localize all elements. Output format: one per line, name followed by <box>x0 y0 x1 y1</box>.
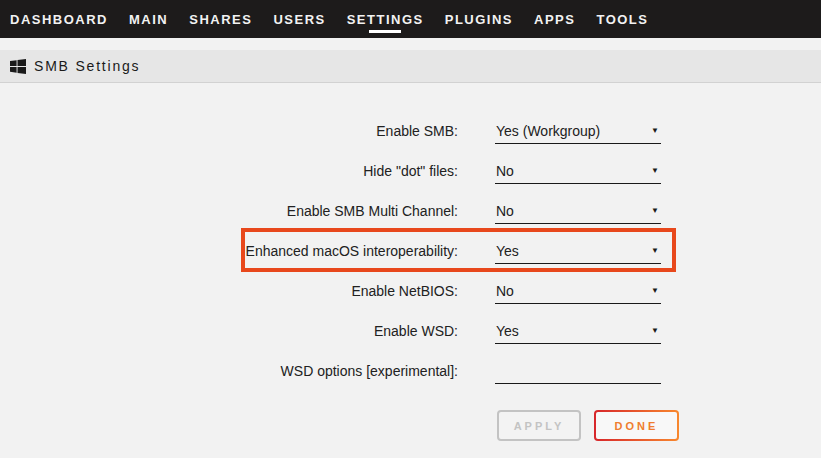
nav-item-apps[interactable]: APPS <box>534 0 575 38</box>
nav-item-main[interactable]: MAIN <box>129 0 168 38</box>
done-button[interactable]: DONE <box>594 410 679 441</box>
dropdown-arrow-icon: ▼ <box>651 207 659 215</box>
nav-item-tools[interactable]: TOOLS <box>596 0 648 38</box>
form-row-enable-smb: Enable SMB: Yes (Workgroup) ▼ <box>0 111 821 151</box>
nav-item-plugins[interactable]: PLUGINS <box>445 0 513 38</box>
enable-smb-value: Yes (Workgroup) <box>495 123 600 139</box>
nav-item-shares[interactable]: SHARES <box>189 0 252 38</box>
form-row-hide-dot-files: Hide "dot" files: No ▼ <box>0 151 821 191</box>
nav-item-users[interactable]: USERS <box>273 0 325 38</box>
windows-icon <box>10 59 26 74</box>
form-row-wsd-options: WSD options [experimental]: <box>0 351 821 391</box>
macos-interop-select[interactable]: Yes ▼ <box>495 238 661 264</box>
smb-multi-channel-label: Enable SMB Multi Channel: <box>0 203 458 219</box>
smb-multi-channel-select[interactable]: No ▼ <box>495 198 661 224</box>
button-row: APPLY DONE <box>497 410 821 441</box>
apply-button[interactable]: APPLY <box>497 410 581 441</box>
smb-settings-page: DASHBOARD MAIN SHARES USERS SETTINGS PLU… <box>0 0 821 458</box>
wsd-options-input[interactable] <box>495 358 661 384</box>
nav-item-settings[interactable]: SETTINGS <box>347 0 424 38</box>
hide-dot-files-label: Hide "dot" files: <box>0 163 458 179</box>
wsd-options-label: WSD options [experimental]: <box>0 363 458 379</box>
wsd-select[interactable]: Yes ▼ <box>495 318 661 344</box>
dropdown-arrow-icon: ▼ <box>651 167 659 175</box>
dropdown-arrow-icon: ▼ <box>651 287 659 295</box>
page-title: SMB Settings <box>34 58 140 74</box>
top-nav: DASHBOARD MAIN SHARES USERS SETTINGS PLU… <box>0 0 821 38</box>
macos-interop-value: Yes <box>495 243 519 259</box>
settings-form: Enable SMB: Yes (Workgroup) ▼ Hide "dot"… <box>0 83 821 458</box>
hide-dot-files-value: No <box>495 163 514 179</box>
form-row-wsd: Enable WSD: Yes ▼ <box>0 311 821 351</box>
wsd-value: Yes <box>495 323 519 339</box>
form-row-smb-multi-channel: Enable SMB Multi Channel: No ▼ <box>0 191 821 231</box>
form-row-macos-interop: Enhanced macOS interoperability: Yes ▼ <box>0 231 821 271</box>
enable-smb-label: Enable SMB: <box>0 123 458 139</box>
dropdown-arrow-icon: ▼ <box>651 327 659 335</box>
spacer-strip <box>0 38 821 50</box>
dropdown-arrow-icon: ▼ <box>651 247 659 255</box>
netbios-value: No <box>495 283 514 299</box>
dropdown-arrow-icon: ▼ <box>651 127 659 135</box>
netbios-select[interactable]: No ▼ <box>495 278 661 304</box>
netbios-label: Enable NetBIOS: <box>0 283 458 299</box>
section-header: SMB Settings <box>0 50 821 83</box>
form-row-netbios: Enable NetBIOS: No ▼ <box>0 271 821 311</box>
macos-interop-label: Enhanced macOS interoperability: <box>0 243 458 259</box>
wsd-label: Enable WSD: <box>0 323 458 339</box>
nav-item-dashboard[interactable]: DASHBOARD <box>10 0 108 38</box>
smb-multi-channel-value: No <box>495 203 514 219</box>
enable-smb-select[interactable]: Yes (Workgroup) ▼ <box>495 118 661 144</box>
hide-dot-files-select[interactable]: No ▼ <box>495 158 661 184</box>
